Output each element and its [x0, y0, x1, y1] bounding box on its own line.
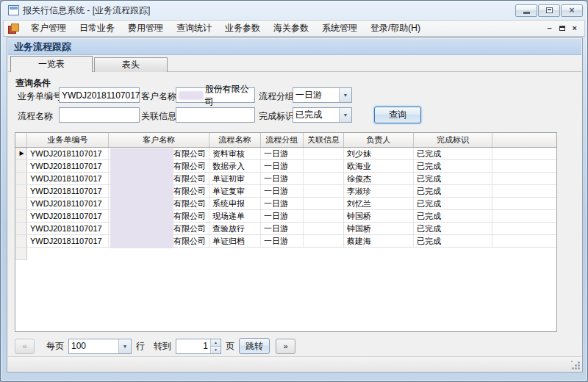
cell-status: 已完成 — [414, 235, 492, 247]
minimize-icon — [523, 12, 530, 14]
related-info-label: 关联信息 — [141, 110, 176, 123]
current-row-icon: ▶ — [19, 151, 24, 156]
chevron-down-icon[interactable]: ▼ — [339, 108, 351, 122]
cell-status: 已完成 — [414, 148, 492, 159]
resize-grip[interactable] — [570, 360, 580, 370]
row-selector[interactable] — [15, 185, 27, 197]
col-header-status[interactable]: 完成标识 — [414, 133, 492, 147]
menu-item-daily-business[interactable]: 日常业务 — [73, 20, 121, 37]
menu-item-login-help[interactable]: 登录/帮助(H) — [364, 20, 427, 37]
cell-order-no: YWDJ20181107017 — [27, 198, 109, 209]
cell-status: 已完成 — [414, 198, 492, 209]
order-no-value: YWDJ20181107017 — [62, 90, 140, 101]
cell-order-no: YWDJ20181107017 — [27, 223, 109, 234]
cell-related-info — [304, 210, 344, 222]
per-page-select[interactable]: 100 ▼ — [68, 339, 132, 354]
table-row[interactable]: ▶ YWDJ20181107017 有限公司 资料审核 一日游 刘少妹 已完成 — [15, 148, 556, 160]
cell-order-no: YWDJ20181107017 — [27, 160, 109, 172]
spin-down-icon[interactable]: ▼ — [211, 347, 220, 353]
flow-name-input[interactable] — [59, 107, 140, 123]
col-header-related-info[interactable]: 关联信息 — [304, 133, 344, 147]
mdi-restore-icon[interactable] — [559, 26, 565, 31]
cell-order-no: YWDJ20181107017 — [27, 185, 109, 197]
col-header-customer[interactable]: 客户名称 — [109, 133, 209, 147]
cell-customer: 有限公司 — [109, 148, 209, 159]
cell-related-info — [304, 185, 344, 197]
cell-order-no: YWDJ20181107017 — [27, 173, 109, 184]
menu-item-customs-params[interactable]: 海关参数 — [267, 20, 315, 37]
cell-order-no: YWDJ20181107017 — [27, 148, 109, 159]
close-button[interactable]: × — [561, 4, 583, 17]
row-selector[interactable] — [15, 223, 27, 234]
title-bar[interactable]: 报关行信息系统 - [业务流程跟踪] × — [1, 1, 587, 20]
tab-overview[interactable]: 一览表 — [10, 56, 93, 72]
pagination-bar: « 每页 100 ▼ 行 转到 1 ▲ ▼ 页 跳转 » — [15, 336, 575, 356]
page-title: 业务流程跟踪 — [8, 39, 581, 55]
table-row[interactable]: YWDJ20181107017 有限公司 单证复审 一日游 李淑珍 已完成 — [15, 185, 556, 198]
flow-group-value: 一日游 — [293, 89, 339, 101]
col-header-flow-name[interactable]: 流程名称 — [209, 133, 261, 147]
menu-item-business-params[interactable]: 业务参数 — [218, 20, 267, 37]
select-all-header[interactable] — [15, 133, 27, 147]
row-selector[interactable] — [15, 160, 27, 172]
table-row[interactable]: YWDJ20181107017 有限公司 现场递单 一日游 钟国桥 已完成 — [15, 210, 556, 223]
client-area: 业务流程跟踪 一览表 表头 查询条件 业务单编号 YWDJ20181107017… — [7, 37, 583, 372]
menu-item-customer-mgmt[interactable]: 客户管理 — [24, 20, 73, 37]
next-page-button[interactable]: » — [276, 339, 295, 354]
menu-item-fee-mgmt[interactable]: 费用管理 — [121, 20, 170, 37]
mdi-close-icon[interactable]: × — [573, 24, 577, 32]
cell-related-info — [304, 173, 344, 184]
col-header-flow-group[interactable]: 流程分组 — [261, 133, 304, 147]
rows-unit-label: 行 — [136, 340, 145, 353]
jump-button[interactable]: 跳转 — [239, 338, 270, 354]
cell-status: 已完成 — [414, 210, 492, 222]
app-icon — [8, 5, 19, 15]
customer-input[interactable]: 股份有限公司 — [176, 87, 255, 103]
complete-flag-value: 已完成 — [293, 109, 339, 121]
prev-page-button[interactable]: « — [15, 339, 35, 354]
mdi-minimize-icon[interactable]: – — [547, 24, 551, 32]
menu-item-query-stats[interactable]: 查询统计 — [170, 20, 218, 37]
chevron-down-icon[interactable]: ▼ — [339, 88, 351, 102]
cell-flow-group: 一日游 — [261, 160, 304, 172]
related-info-input[interactable] — [176, 107, 255, 123]
table-row[interactable]: YWDJ20181107017 有限公司 数据录入 一日游 欧海业 已完成 — [15, 160, 556, 173]
cell-flow-name: 系统申报 — [209, 198, 261, 209]
table-row[interactable]: YWDJ20181107017 有限公司 查验放行 一日游 钟国桥 已完成 — [15, 223, 556, 235]
flow-group-select[interactable]: 一日游 ▼ — [293, 87, 352, 103]
col-header-owner[interactable]: 负责人 — [344, 133, 414, 147]
row-selector[interactable] — [15, 198, 27, 209]
cell-flow-name: 单证初审 — [209, 173, 261, 184]
grid-header: 业务单编号 客户名称 流程名称 流程分组 关联信息 负责人 完成标识 — [15, 133, 556, 148]
table-row[interactable]: YWDJ20181107017 有限公司 单证初审 一日游 徐俊杰 已完成 — [15, 173, 556, 185]
cell-related-info — [304, 235, 344, 247]
mdi-child-icon[interactable] — [8, 24, 18, 33]
spin-up-icon[interactable]: ▲ — [211, 339, 220, 347]
row-selector[interactable]: ▶ — [15, 148, 27, 159]
search-button[interactable]: 查询 — [374, 107, 421, 123]
row-selector[interactable] — [15, 235, 27, 247]
redacted-customer-prefix — [179, 91, 204, 100]
grid-body: ▶ YWDJ20181107017 有限公司 资料审核 一日游 刘少妹 已完成 … — [15, 148, 556, 248]
complete-flag-select[interactable]: 已完成 ▼ — [293, 107, 352, 123]
col-header-order-no[interactable]: 业务单编号 — [27, 133, 109, 147]
cell-flow-name: 查验放行 — [209, 223, 261, 234]
table-row[interactable]: YWDJ20181107017 有限公司 单证归档 一日游 蔡建海 已完成 — [15, 235, 556, 248]
restore-button[interactable] — [538, 4, 560, 17]
menu-item-system-mgmt[interactable]: 系统管理 — [315, 20, 364, 37]
row-selector[interactable] — [15, 210, 27, 222]
cell-owner: 徐俊杰 — [344, 173, 414, 184]
spinner-arrows: ▲ ▼ — [210, 339, 220, 353]
row-selector[interactable] — [15, 173, 27, 184]
page-number-spinner[interactable]: 1 ▲ ▼ — [176, 339, 221, 354]
tab-header[interactable]: 表头 — [94, 57, 168, 72]
order-no-input[interactable]: YWDJ20181107017 — [59, 87, 140, 103]
cell-flow-name: 现场递单 — [209, 210, 261, 222]
table-row[interactable]: YWDJ20181107017 有限公司 系统申报 一日游 刘忆兰 已完成 — [15, 198, 556, 210]
minimize-button[interactable] — [515, 4, 537, 17]
cell-customer: 有限公司 — [109, 160, 209, 172]
per-page-label: 每页 — [46, 340, 64, 353]
chevron-down-icon[interactable]: ▼ — [118, 339, 131, 353]
cell-owner: 刘忆兰 — [344, 198, 414, 209]
row-selector[interactable] — [15, 248, 27, 260]
